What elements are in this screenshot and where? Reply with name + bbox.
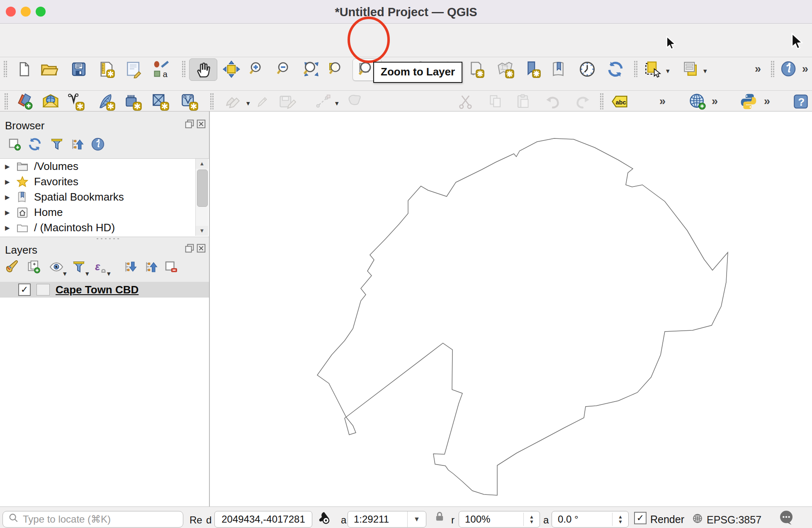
toolbar-overflow-chevron[interactable]: » [712, 95, 718, 108]
toolbar-overflow-chevron[interactable]: » [764, 95, 770, 108]
remove-layer-button[interactable] [162, 258, 180, 276]
add-vector-layer-button[interactable] [66, 91, 85, 112]
toolbar-overflow-chevron[interactable]: » [802, 63, 808, 75]
identify-features-button[interactable] [778, 58, 800, 80]
browser-float-button[interactable] [184, 119, 195, 130]
locator-search-input[interactable]: Type to locate (⌘K) [2, 511, 183, 528]
web-services-button[interactable] [687, 91, 708, 112]
save-project-button[interactable] [70, 58, 88, 80]
dropdown-arrow-icon[interactable]: ▾ [246, 100, 250, 107]
dropdown-arrow-icon[interactable]: ▾ [666, 68, 670, 75]
toolbar-grip[interactable] [4, 93, 8, 109]
digitize-with-segment-button[interactable] [314, 91, 333, 112]
toolbar-grip[interactable] [182, 61, 185, 77]
add-geopackage-layer-button[interactable] [40, 91, 61, 112]
add-selected-layers-button[interactable] [5, 135, 24, 153]
python-console-button[interactable] [737, 91, 760, 112]
zoom-out-button[interactable] [275, 58, 294, 80]
scroll-down-arrow[interactable]: ▼ [196, 226, 208, 236]
add-postgis-layer-button[interactable] [123, 91, 143, 112]
dropdown-arrow-icon[interactable]: ▾ [107, 270, 111, 277]
map-canvas[interactable] [210, 111, 812, 506]
redo-button[interactable] [573, 91, 592, 112]
close-window-button[interactable] [6, 7, 16, 17]
save-layer-edits-button[interactable] [276, 91, 298, 112]
browser-scrollbar[interactable]: ▲ ▼ [195, 159, 208, 236]
messages-bubble-icon[interactable] [778, 509, 795, 528]
toolbar-overflow-chevron[interactable]: » [755, 63, 761, 75]
refresh-browser-button[interactable] [26, 135, 44, 153]
open-project-button[interactable] [39, 58, 59, 80]
style-manager-button[interactable]: a [151, 58, 171, 80]
rotation-spin-buttons[interactable]: ▲▼ [612, 513, 626, 526]
rotation-spinbox[interactable]: 0.0 ° ▲▼ [552, 511, 629, 528]
move-feature-button[interactable] [344, 91, 365, 112]
layer-labeling-options-button[interactable]: abc [610, 91, 630, 112]
toolbar-grip[interactable] [210, 93, 214, 109]
toolbar-grip[interactable] [771, 61, 774, 77]
crs-button[interactable]: EPSG:3857 [692, 513, 761, 527]
scale-combobox[interactable]: 1:29211 ▼ [348, 511, 426, 528]
magnifier-spin-buttons[interactable]: ▲▼ [523, 513, 537, 526]
minimize-window-button[interactable] [21, 7, 31, 17]
current-edits-button[interactable] [223, 91, 244, 112]
lock-scale-icon[interactable] [434, 511, 445, 524]
expander-icon[interactable]: ▶ [5, 178, 12, 186]
toolbar-grip[interactable] [634, 61, 637, 77]
new-map-view-button[interactable] [466, 58, 485, 80]
zoom-in-button[interactable] [248, 58, 266, 80]
zoom-window-button[interactable] [36, 7, 46, 17]
toggle-editing-button[interactable] [255, 91, 270, 112]
expander-icon[interactable]: ▶ [5, 224, 12, 232]
collapse-all-layers-button[interactable] [142, 258, 160, 276]
new-project-button[interactable] [15, 58, 33, 80]
help-button[interactable]: ? [791, 91, 810, 112]
dropdown-arrow-icon[interactable]: ▾ [335, 100, 339, 107]
pan-to-selection-button[interactable] [221, 58, 241, 80]
new-print-layout-button[interactable] [97, 58, 116, 80]
select-features-button[interactable] [641, 58, 664, 80]
scroll-up-arrow[interactable]: ▲ [196, 159, 208, 169]
expander-icon[interactable]: ▶ [5, 163, 12, 170]
new-spatial-bookmark-button[interactable] [523, 58, 542, 80]
toolbar-overflow-chevron[interactable]: » [659, 95, 666, 108]
panel-splitter-handle[interactable] [95, 237, 120, 240]
temporal-controller-button[interactable] [577, 58, 597, 80]
browser-item-favorites[interactable]: ▶Favorites [0, 174, 209, 189]
refresh-map-button[interactable] [605, 58, 625, 80]
show-layout-manager-button[interactable] [124, 58, 143, 80]
layers-close-button[interactable] [196, 244, 207, 254]
add-raster-layer-button[interactable] [150, 91, 170, 112]
show-spatial-bookmarks-button[interactable] [549, 58, 567, 80]
layer-visibility-checkbox[interactable]: ✓ [18, 283, 31, 296]
browser-close-button[interactable] [196, 119, 207, 130]
dropdown-arrow-icon[interactable]: ▾ [703, 68, 707, 75]
browser-item--volumes[interactable]: ▶/Volumes [0, 159, 209, 174]
dropdown-arrow-icon[interactable]: ▾ [85, 270, 89, 277]
add-spatialite-layer-button[interactable] [96, 91, 116, 112]
browser-item--macintosh-hd-[interactable]: ▶/ (Macintosh HD) [0, 220, 209, 235]
toolbar-grip[interactable] [3, 61, 7, 77]
scrollbar-thumb[interactable] [197, 170, 208, 207]
layer-name-label[interactable]: Cape Town CBD [56, 283, 139, 296]
new-3d-map-view-button[interactable] [495, 58, 515, 80]
dropdown-arrow-icon[interactable]: ▾ [63, 270, 67, 277]
coordinate-input[interactable]: 2049434,-4017281 [214, 511, 312, 528]
expander-icon[interactable]: ▶ [5, 194, 12, 201]
pan-map-button[interactable] [189, 58, 217, 81]
mouse-extents-icon[interactable] [316, 510, 331, 527]
data-source-manager-button[interactable] [13, 91, 36, 112]
scale-dropdown-arrow[interactable]: ▼ [407, 511, 426, 527]
add-group-button[interactable] [25, 258, 43, 276]
cut-features-button[interactable] [457, 91, 476, 112]
magnifier-spinbox[interactable]: 100% ▲▼ [459, 511, 540, 528]
collapse-all-button[interactable] [68, 135, 86, 153]
browser-item-spatial-bookmarks[interactable]: ▶Spatial Bookmarks [0, 189, 209, 205]
undo-button[interactable] [543, 91, 562, 112]
browser-item-home[interactable]: ▶Home [0, 205, 209, 220]
zoom-full-extent-button[interactable] [302, 58, 321, 80]
paste-features-button[interactable] [514, 91, 533, 112]
browser-properties-button[interactable] [89, 135, 107, 153]
render-checkbox[interactable]: ✓ [634, 512, 647, 524]
add-virtual-layer-button[interactable] [178, 91, 200, 112]
